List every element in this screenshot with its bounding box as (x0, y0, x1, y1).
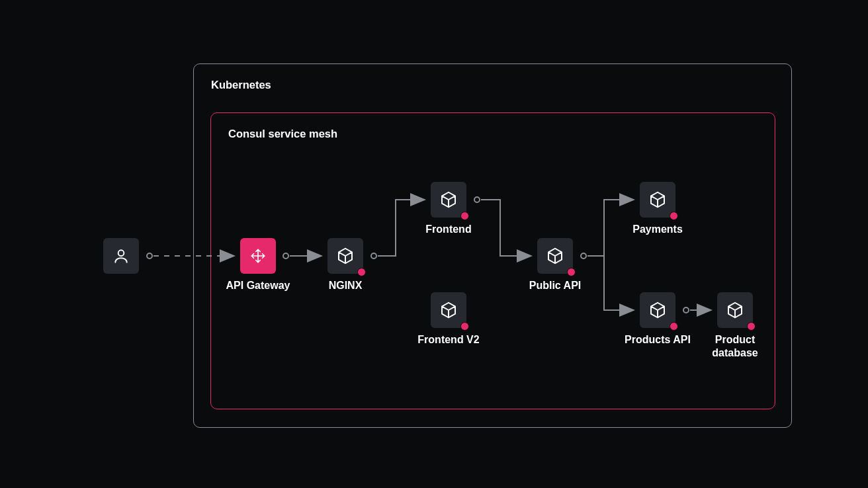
public-api-node (537, 238, 573, 274)
frontend-node (431, 182, 466, 218)
move-icon (249, 247, 267, 264)
cube-icon (545, 246, 565, 266)
consul-dot-icon (357, 268, 366, 276)
products-api-node (640, 292, 675, 328)
consul-dot-icon (670, 322, 678, 331)
product-database-label: Product database (695, 333, 775, 360)
nginx-label: NGINX (306, 279, 385, 292)
nginx-node (327, 238, 363, 274)
cube-icon (725, 300, 745, 320)
consul-container: Consul service mesh (210, 112, 775, 409)
api-gateway-node (240, 238, 276, 274)
consul-dot-icon (567, 268, 576, 276)
cube-icon (335, 246, 355, 266)
cube-icon (439, 190, 458, 210)
consul-dot-icon (460, 212, 469, 220)
svg-point-0 (118, 250, 124, 256)
port-icon (474, 196, 480, 203)
consul-label: Consul service mesh (228, 128, 337, 140)
port-icon (282, 253, 289, 259)
port-icon (683, 307, 689, 313)
cube-icon (439, 300, 458, 320)
product-database-node (717, 292, 753, 328)
consul-dot-icon (747, 322, 756, 331)
frontend-v2-label: Frontend V2 (409, 333, 488, 346)
public-api-label: Public API (515, 279, 595, 292)
api-gateway-label: API Gateway (218, 279, 298, 292)
cube-icon (648, 300, 668, 320)
consul-dot-icon (670, 212, 678, 220)
frontend-label: Frontend (409, 223, 488, 236)
user-icon (112, 247, 130, 264)
payments-node (640, 182, 675, 218)
kubernetes-label: Kubernetes (211, 79, 271, 91)
frontend-v2-node (431, 292, 466, 328)
port-icon (580, 253, 587, 259)
user-node (103, 238, 139, 274)
products-api-label: Products API (618, 333, 697, 346)
consul-dot-icon (460, 322, 469, 331)
port-icon (370, 253, 377, 259)
port-icon (146, 253, 153, 259)
payments-label: Payments (618, 223, 697, 236)
cube-icon (648, 190, 668, 210)
diagram-canvas: Kubernetes Consul service mesh API Gatew… (0, 0, 868, 488)
